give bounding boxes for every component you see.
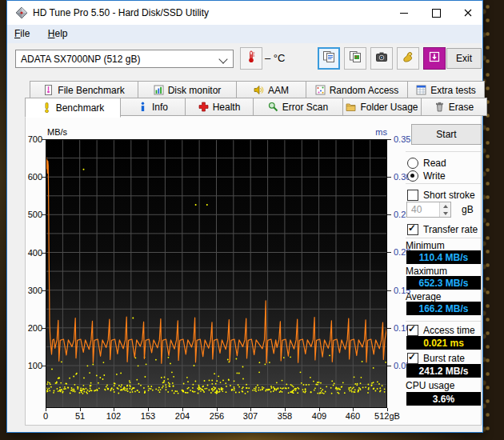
tab-info[interactable]: Info [120,98,186,116]
divider [406,321,481,322]
toolbar: ADATA SX7000NP (512 gB) – °C Exit [7,43,482,79]
spinner-down-button[interactable] [440,210,450,217]
tab-disk-monitor[interactable]: Disk monitor [138,81,237,99]
exit-button[interactable]: Exit [446,48,482,69]
tick-mark [387,328,391,329]
download-button[interactable] [423,47,446,70]
tab-label: AAM [268,85,289,96]
tick-mark [42,177,46,178]
copy-text-button[interactable] [318,47,340,70]
tab-folder-usage[interactable]: Folder Usage [342,98,422,116]
title-bar[interactable]: HD Tune Pro 5.50 - Hard Disk/SSD Utility [7,1,482,25]
burst-rate-checkbox[interactable] [407,353,418,364]
read-radio[interactable] [407,158,418,169]
tick-mark [114,408,114,411]
extra-tests-icon [416,85,426,95]
start-button[interactable]: Start [411,124,482,145]
drive-select[interactable]: ADATA SX7000NP (512 gB) [15,50,234,68]
y-left-tick-label: 400 [26,248,42,258]
copy-image-button[interactable] [344,47,366,70]
chevron-down-icon [218,54,227,63]
tab-benchmark[interactable]: Benchmark [25,98,121,118]
minimum-label: Minimum [406,240,445,251]
access-time-row: Access time [407,324,475,336]
spinner-buttons [439,202,450,217]
health-icon [198,102,209,112]
write-radio[interactable] [407,170,418,182]
folder-usage-icon [346,102,356,112]
submit-results-icon [402,50,414,66]
x-tick-label: 460 [335,411,370,421]
stroke-size-value: 40 [411,204,422,215]
tick-mark [42,139,46,140]
minimize-button[interactable] [388,1,420,25]
stroke-size-spinner[interactable]: 40 [406,202,451,218]
y-left-tick-label: 300 [26,286,42,295]
menu-item-help[interactable]: Help [41,25,75,39]
tab-strip-top: File BenchmarkDisk monitorAAMRandom Acce… [30,81,484,99]
average-label: Average [406,291,441,302]
burst-rate-value: 241.2 MB/s [406,364,481,378]
tab-error-scan[interactable]: Error Scan [253,98,343,116]
tab-label: Disk monitor [168,85,222,96]
tick-mark [387,139,391,140]
tab-aam[interactable]: AAM [236,81,306,99]
maximum-value: 652.3 MB/s [406,276,481,290]
info-icon [138,102,148,112]
drive-select-value: ADATA SX7000NP (512 gB) [21,54,140,65]
maximum-label: Maximum [406,266,447,277]
x-tick-label: 512gB [370,411,405,421]
divider [406,151,481,152]
access-time-label: Access time [423,325,475,336]
x-tick-label: 102 [96,411,131,421]
tick-mark [387,408,388,411]
tick-mark [387,290,391,291]
menu-bar: File Help [7,25,482,43]
tab-label: Random Access [330,85,399,96]
short-stroke-checkbox[interactable] [407,190,418,201]
disk-monitor-icon [154,85,164,95]
access-time-checkbox[interactable] [407,325,418,336]
benchmark-chart [46,139,387,408]
screenshot-button[interactable] [370,47,393,70]
average-value: 166.2 MB/s [406,302,481,315]
tick-mark [80,408,81,411]
tab-health[interactable]: Health [185,98,254,116]
maximize-button[interactable] [420,1,452,25]
burst-rate-row: Burst rate [407,352,465,364]
tab-label: Error Scan [282,102,328,113]
x-tick-label: 307 [233,411,268,421]
tick-mark [42,290,46,291]
toolbar-button-group [318,43,450,79]
tab-extra-tests[interactable]: Extra tests [407,81,485,99]
window-title: HD Tune Pro 5.50 - Hard Disk/SSD Utility [33,7,209,18]
temperature-label: – °C [265,52,285,64]
access-time-value: 0.021 ms [406,336,481,350]
tab-label: File Benchmark [58,85,124,96]
tab-erase[interactable]: Erase [421,98,487,116]
tick-mark [148,408,149,411]
x-tick-label: 358 [267,411,302,421]
download-icon [428,50,441,66]
screenshot-icon [375,50,388,66]
transfer-rate-row: Transfer rate [407,223,478,235]
tick-mark [387,177,391,178]
tab-label: Health [213,102,241,113]
menu-item-file[interactable]: File [7,25,37,39]
write-radio-label: Write [423,170,446,182]
spinner-up-button[interactable] [440,202,450,210]
tick-mark [319,408,320,411]
app-icon [15,6,28,19]
thermometer-button[interactable] [240,47,262,70]
burst-rate-label: Burst rate [423,353,465,364]
transfer-rate-checkbox[interactable] [407,224,418,235]
close-button[interactable] [452,1,484,25]
tick-mark [42,366,46,366]
tab-file-benchmark[interactable]: File Benchmark [30,81,138,99]
tab-random-access[interactable]: Random Access [306,81,408,99]
y-left-tick-label: 500 [26,210,42,219]
submit-results-button[interactable] [397,47,419,70]
copy-text-icon [322,50,335,66]
copy-image-icon [349,50,362,66]
tick-mark [46,408,46,411]
